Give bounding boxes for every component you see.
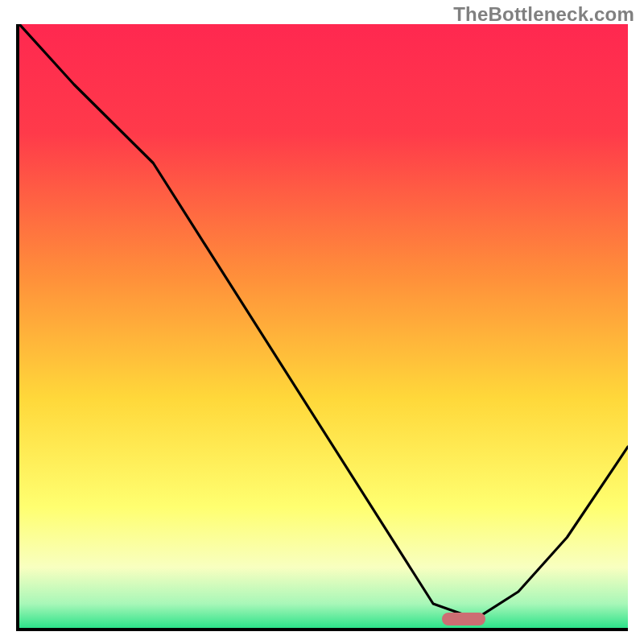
plot-area xyxy=(19,24,628,628)
watermark-text: TheBottleneck.com xyxy=(453,3,634,26)
svg-rect-0 xyxy=(19,24,628,628)
chart-container: TheBottleneck.com xyxy=(0,0,644,644)
plot-frame xyxy=(16,24,628,631)
gradient-background xyxy=(19,24,628,628)
